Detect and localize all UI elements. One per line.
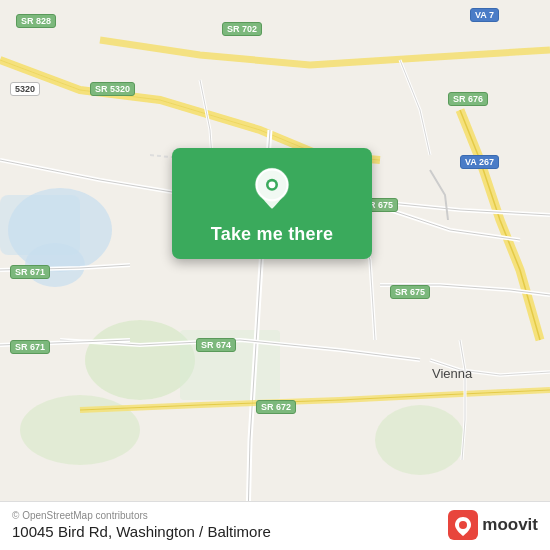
- road-badge-sr672: SR 672: [256, 400, 296, 414]
- pin-icon: [248, 166, 296, 214]
- road-badge-5320: 5320: [10, 82, 40, 96]
- road-badge-sr671a: SR 671: [10, 265, 50, 279]
- road-badge-sr702: SR 702: [222, 22, 262, 36]
- road-badge-sr675b: SR 675: [390, 285, 430, 299]
- take-me-there-button[interactable]: Take me there: [172, 148, 372, 259]
- moovit-logo-icon: [448, 510, 478, 540]
- svg-point-11: [269, 181, 276, 188]
- bottom-bar: © OpenStreetMap contributors 10045 Bird …: [0, 501, 550, 550]
- svg-point-3: [85, 320, 195, 400]
- svg-point-5: [375, 405, 465, 475]
- svg-point-13: [459, 521, 467, 529]
- moovit-logo: moovit: [448, 510, 538, 540]
- road-badge-sr671b: SR 671: [10, 340, 50, 354]
- address-text: 10045 Bird Rd, Washington / Baltimore: [12, 523, 271, 540]
- map-container: SR 828 SR 702 VA 7 5320 SR 5320 SR 676 V…: [0, 0, 550, 550]
- moovit-text: moovit: [482, 515, 538, 535]
- road-badge-sr674: SR 674: [196, 338, 236, 352]
- map-roads: [0, 0, 550, 550]
- road-badge-va267: VA 267: [460, 155, 499, 169]
- button-label: Take me there: [211, 224, 333, 245]
- road-badge-sr676: SR 676: [448, 92, 488, 106]
- city-label-vienna: Vienna: [432, 366, 472, 381]
- svg-rect-2: [0, 195, 80, 255]
- bottom-bar-info: © OpenStreetMap contributors 10045 Bird …: [12, 510, 271, 540]
- attribution-text: © OpenStreetMap contributors: [12, 510, 271, 521]
- road-badge-va7: VA 7: [470, 8, 499, 22]
- road-badge-sr5320: SR 5320: [90, 82, 135, 96]
- road-badge-sr828: SR 828: [16, 14, 56, 28]
